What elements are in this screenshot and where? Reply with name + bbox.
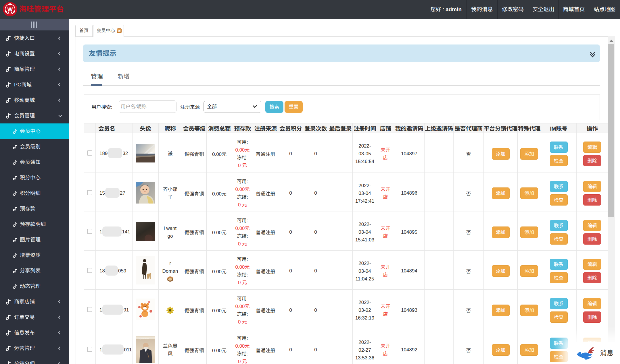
svg-text:W: W [7, 6, 13, 13]
svg-text:Let your dream: Let your dream [138, 338, 149, 340]
